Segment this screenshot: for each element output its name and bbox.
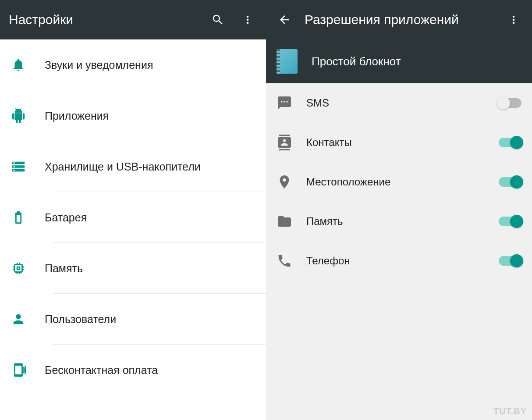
watermark: TUT.BY xyxy=(493,406,527,416)
storage-icon xyxy=(11,159,26,174)
settings-item-storage[interactable]: Хранилище и USB-накопители xyxy=(0,141,266,192)
more-icon[interactable] xyxy=(238,10,257,29)
permission-item-contacts[interactable]: Контакты xyxy=(266,123,532,162)
settings-item-users[interactable]: Пользователи xyxy=(0,294,266,345)
toggle-phone[interactable] xyxy=(499,256,521,266)
toggle-location[interactable] xyxy=(499,177,521,187)
permissions-panel: Разрешения приложений Простой блокнот SM… xyxy=(266,0,532,420)
search-icon[interactable] xyxy=(208,10,227,29)
more-icon[interactable] xyxy=(504,10,523,29)
battery-icon xyxy=(11,210,26,225)
permission-item-phone[interactable]: Телефон xyxy=(266,241,532,281)
memory-icon xyxy=(11,260,26,276)
settings-item-battery[interactable]: Батарея xyxy=(0,192,266,243)
settings-title: Настройки xyxy=(9,12,208,27)
back-icon[interactable] xyxy=(275,10,294,29)
permission-item-sms[interactable]: SMS xyxy=(266,83,532,123)
settings-appbar: Настройки xyxy=(0,0,266,39)
bell-icon xyxy=(11,57,26,73)
android-icon xyxy=(11,108,26,124)
taptopay-icon xyxy=(11,362,26,378)
settings-panel: Настройки Звуки и уведомления Приложения xyxy=(0,0,266,420)
item-label: Пользователи xyxy=(45,313,255,326)
settings-item-apps[interactable]: Приложения xyxy=(0,90,266,141)
toggle-storage[interactable] xyxy=(499,217,521,226)
item-label: Бесконтактная оплата xyxy=(45,364,255,377)
permissions-list: SMS Контакты Местоположение Память xyxy=(266,83,532,420)
permissions-title: Разрешения приложений xyxy=(305,12,504,27)
permission-label: Контакты xyxy=(306,136,485,149)
item-label: Хранилище и USB-накопители xyxy=(45,160,255,173)
settings-item-memory[interactable]: Память xyxy=(0,243,266,294)
contacts-icon xyxy=(277,135,292,150)
location-icon xyxy=(277,174,292,190)
permission-label: Память xyxy=(306,215,485,228)
toggle-sms[interactable] xyxy=(499,98,521,108)
item-label: Приложения xyxy=(45,110,255,122)
phone-icon xyxy=(277,253,292,269)
permission-item-location[interactable]: Местоположение xyxy=(266,162,532,202)
person-icon xyxy=(11,311,26,327)
permission-label: Местоположение xyxy=(306,176,485,188)
settings-item-taptopay[interactable]: Бесконтактная оплата xyxy=(0,345,266,395)
settings-list: Звуки и уведомления Приложения Хранилище… xyxy=(0,39,266,420)
folder-icon xyxy=(277,214,292,229)
permission-label: Телефон xyxy=(306,255,485,267)
settings-item-sounds[interactable]: Звуки и уведомления xyxy=(0,39,266,90)
permission-item-storage[interactable]: Память xyxy=(266,202,532,241)
sms-icon xyxy=(277,95,292,111)
permissions-appbar: Разрешения приложений xyxy=(266,0,532,39)
app-name: Простой блокнот xyxy=(312,55,401,68)
item-label: Память xyxy=(45,262,255,275)
app-header: Простой блокнот xyxy=(266,39,532,83)
permission-label: SMS xyxy=(306,97,485,109)
item-label: Батарея xyxy=(45,211,255,224)
item-label: Звуки и уведомления xyxy=(45,59,255,71)
notepad-app-icon xyxy=(277,49,298,74)
toggle-contacts[interactable] xyxy=(499,138,521,147)
